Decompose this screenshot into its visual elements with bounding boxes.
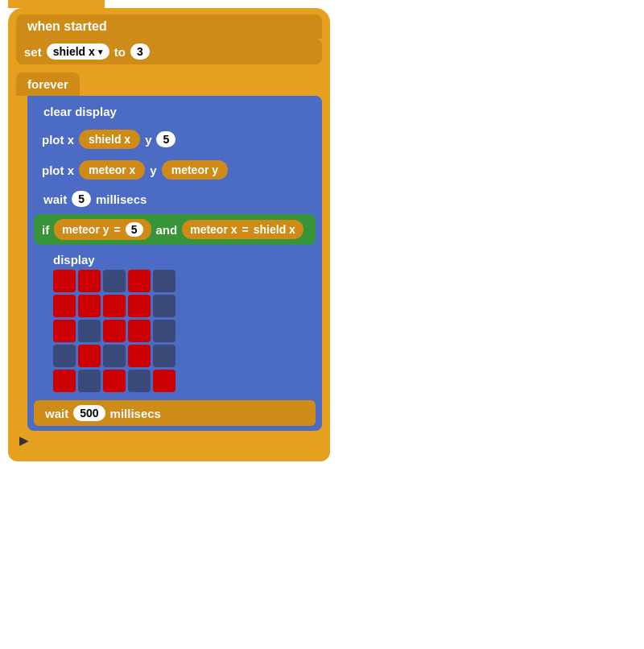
plot-y1-num: 5 — [163, 133, 169, 146]
hat-bump — [8, 0, 105, 8]
dropdown-arrow-icon: ▼ — [97, 48, 105, 56]
wait-val-pill[interactable]: 5 — [72, 191, 91, 207]
set-block: set shield x ▼ to 3 — [16, 39, 322, 64]
pixel-0-0[interactable] — [53, 270, 76, 292]
meteor-x-label: meteor x — [89, 163, 135, 176]
forever-block: forever — [16, 72, 80, 96]
plot-x1-label: plot x — [42, 133, 74, 147]
set-val: 3 — [137, 45, 143, 58]
if-block: if meteor y = 5 and meteor x = shield x — [34, 214, 316, 245]
pixel-4-3[interactable] — [128, 370, 151, 392]
wait-val: 5 — [78, 192, 85, 205]
plot-y2-label: y — [150, 163, 156, 177]
display-section: display — [45, 248, 316, 397]
pixel-3-2[interactable] — [103, 345, 126, 367]
meteor-y-eq-pill: meteor y = 5 — [54, 219, 151, 240]
cond-val1: 5 — [131, 223, 138, 236]
eq2-label: = — [242, 223, 249, 236]
when-started-block: when started — [16, 14, 322, 39]
pixel-1-1[interactable] — [78, 295, 101, 317]
wait2-unit: millisecs — [110, 407, 161, 420]
meteor-y-label: meteor y — [171, 163, 218, 176]
shield-x-label: shield x — [89, 133, 130, 146]
and-label: and — [156, 223, 178, 237]
if-label: if — [42, 223, 49, 237]
pixel-2-1[interactable] — [78, 320, 101, 342]
meteor-y-pill: meteor y — [162, 160, 228, 180]
pixel-4-1[interactable] — [78, 370, 101, 392]
plot-meteor-block: plot x meteor x y meteor y — [34, 156, 316, 184]
wait2-label: wait — [45, 407, 68, 420]
pixel-3-1[interactable] — [78, 345, 101, 367]
pixel-0-3[interactable] — [128, 270, 151, 292]
display-label: display — [53, 253, 308, 267]
pixel-3-0[interactable] — [53, 345, 76, 367]
pixel-0-2[interactable] — [103, 270, 126, 292]
pixel-grid — [53, 270, 308, 392]
scratch-program: when started set shield x ▼ to 3 forever… — [8, 8, 330, 461]
pixel-1-2[interactable] — [103, 295, 126, 317]
set-val-pill[interactable]: 3 — [130, 43, 150, 60]
clear-display-block: clear display — [34, 101, 316, 122]
pixel-1-3[interactable] — [128, 295, 151, 317]
plot-y1-label: y — [145, 133, 151, 147]
pixel-4-2[interactable] — [103, 370, 126, 392]
shield-x-cond: shield x — [254, 223, 295, 236]
forever-inner: clear display plot x shield x y 5 plot x — [27, 96, 322, 431]
shield-x-var: shield x — [53, 45, 95, 58]
pixel-0-1[interactable] — [78, 270, 101, 292]
pixel-1-4[interactable] — [153, 295, 175, 317]
wait-label: wait — [43, 192, 67, 206]
forever-label: forever — [27, 77, 68, 91]
meteor-x-cond: meteor x — [190, 223, 237, 236]
meteor-x-eq-pill: meteor x = shield x — [182, 220, 303, 239]
plot-y1-val[interactable]: 5 — [156, 131, 175, 147]
wait2-val-pill[interactable]: 500 — [73, 405, 105, 421]
plot-shield-block: plot x shield x y 5 — [34, 126, 316, 153]
pixel-1-0[interactable] — [53, 295, 76, 317]
pixel-2-0[interactable] — [53, 320, 76, 342]
wait-unit: millisecs — [96, 192, 147, 206]
pixel-0-4[interactable] — [153, 270, 175, 292]
cond-val1-pill[interactable]: 5 — [126, 222, 143, 237]
wait-block: wait 5 millisecs — [34, 187, 316, 211]
when-started-label: when started — [27, 19, 107, 33]
eq1-label: = — [114, 223, 121, 236]
pixel-3-3[interactable] — [128, 345, 151, 367]
clear-display-label: clear display — [43, 105, 117, 118]
set-to-label: to — [114, 45, 126, 59]
wait2-val: 500 — [80, 407, 98, 420]
set-label: set — [24, 45, 42, 59]
plot-x2-label: plot x — [42, 163, 74, 177]
meteor-y-cond: meteor y — [62, 223, 109, 236]
main-wrapper: when started set shield x ▼ to 3 forever… — [8, 8, 330, 461]
pixel-2-4[interactable] — [153, 320, 175, 342]
shield-x-dropdown[interactable]: shield x ▼ — [47, 43, 109, 60]
pixel-2-2[interactable] — [103, 320, 126, 342]
wait-500-block: wait 500 millisecs — [34, 400, 316, 426]
meteor-x-pill: meteor x — [79, 160, 145, 180]
shield-x-pill: shield x — [79, 130, 140, 149]
pixel-2-3[interactable] — [128, 320, 151, 342]
pixel-4-4[interactable] — [153, 370, 175, 392]
pixel-4-0[interactable] — [53, 370, 76, 392]
pixel-3-4[interactable] — [153, 345, 175, 367]
bottom-arrow-icon: ▶ — [19, 434, 322, 447]
